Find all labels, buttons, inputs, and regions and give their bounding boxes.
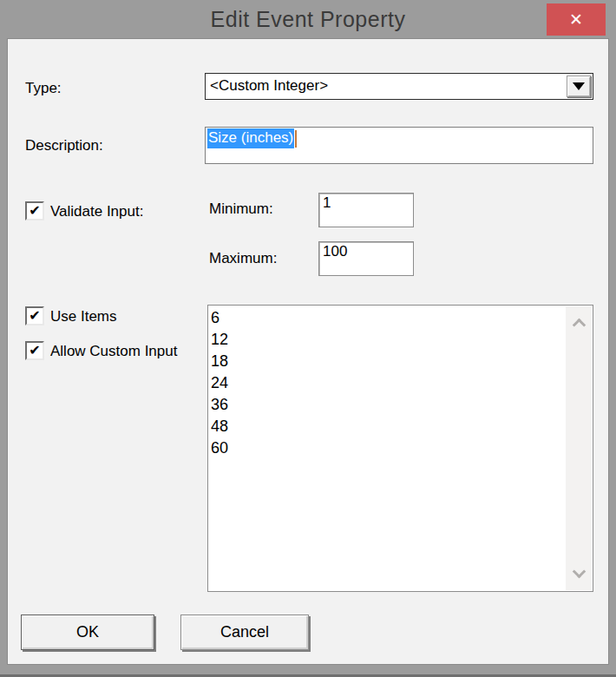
listbox-scrollbar[interactable]: [566, 306, 592, 590]
allow-custom-input-checkbox[interactable]: ✔: [25, 341, 44, 360]
ok-button-label: OK: [76, 623, 99, 641]
maximum-label: Maximum:: [209, 250, 277, 267]
text-caret: [295, 130, 297, 148]
type-combobox[interactable]: <Custom Integer>: [205, 73, 593, 100]
allow-custom-input-label: Allow Custom Input: [50, 343, 177, 360]
validate-input-checkbox[interactable]: ✔: [25, 201, 44, 220]
minimum-label: Minimum:: [209, 200, 273, 218]
maximum-input[interactable]: [318, 241, 414, 276]
list-item[interactable]: 60: [211, 437, 563, 459]
use-items-checkbox[interactable]: ✔: [25, 306, 44, 325]
ok-button[interactable]: OK: [21, 615, 154, 650]
list-item[interactable]: 24: [211, 372, 563, 394]
chevron-down-icon: [573, 82, 585, 90]
validate-input-label: Validate Input:: [50, 203, 143, 220]
dialog-body: Type: <Custom Integer> Description: Size…: [7, 38, 609, 665]
checkmark-icon: ✔: [29, 309, 40, 323]
description-selected-text: Size (inches): [207, 128, 294, 148]
checkmark-icon: ✔: [29, 344, 40, 358]
close-button[interactable]: ✕: [547, 3, 606, 36]
description-input[interactable]: Size (inches): [205, 127, 593, 164]
list-item[interactable]: 48: [211, 416, 563, 437]
scroll-up-icon[interactable]: [572, 319, 586, 332]
items-list: 6121824364860: [211, 307, 563, 589]
minimum-input[interactable]: [318, 193, 414, 227]
type-label: Type:: [25, 80, 62, 97]
scroll-down-icon[interactable]: [572, 565, 586, 579]
cancel-button-label: Cancel: [220, 623, 269, 641]
list-item[interactable]: 36: [211, 394, 563, 416]
type-combobox-dropdown-button[interactable]: [567, 76, 591, 97]
items-listbox[interactable]: 6121824364860: [207, 305, 593, 592]
titlebar: Edit Event Property ✕: [0, 0, 616, 38]
use-items-label: Use Items: [50, 308, 117, 325]
edit-event-property-dialog: Edit Event Property ✕ Type: <Custom Inte…: [0, 0, 616, 677]
list-item[interactable]: 6: [211, 307, 563, 329]
type-combobox-value: <Custom Integer>: [210, 77, 328, 95]
close-icon: ✕: [569, 11, 583, 28]
dialog-title: Edit Event Property: [0, 7, 616, 32]
description-text: Size (inches): [207, 128, 297, 148]
checkmark-icon: ✔: [29, 204, 40, 218]
description-label: Description:: [25, 137, 103, 154]
list-item[interactable]: 12: [211, 329, 563, 351]
list-item[interactable]: 18: [211, 351, 563, 372]
cancel-button[interactable]: Cancel: [180, 615, 309, 650]
